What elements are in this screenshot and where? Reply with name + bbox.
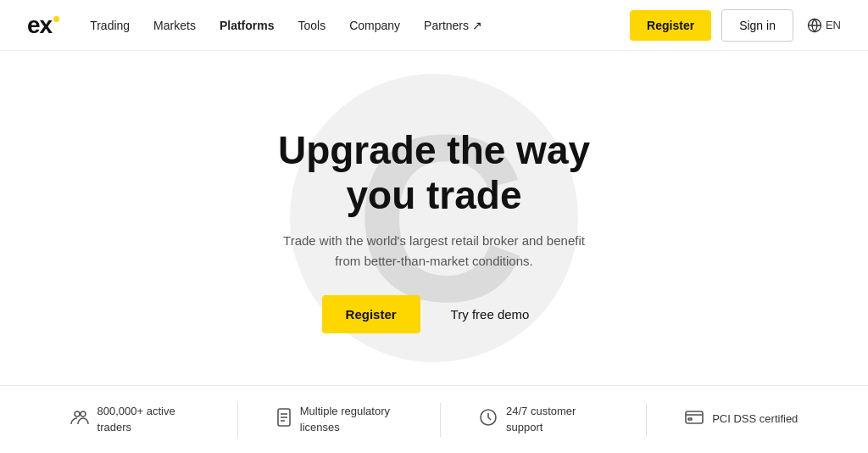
lang-label: EN [826, 19, 841, 31]
stat-divider-1 [237, 403, 238, 437]
try-demo-button[interactable]: Try free demo [434, 295, 547, 333]
nav-item-partners[interactable]: Partners ↗ [424, 19, 482, 32]
svg-point-1 [75, 411, 80, 417]
hero-content: Upgrade the way you trade Trade with the… [273, 128, 595, 334]
logo-text: ex [27, 12, 52, 39]
hero-title: Upgrade the way you trade [278, 128, 590, 218]
register-button[interactable]: Register [630, 10, 711, 41]
hero-section: C Upgrade the way you trade Trade with t… [0, 51, 868, 385]
stat-divider-3 [646, 403, 647, 437]
nav-item-tools[interactable]: Tools [298, 19, 326, 32]
hero-register-button[interactable]: Register [322, 295, 420, 333]
nav-item-platforms[interactable]: Platforms [220, 19, 275, 32]
hero-buttons: Register Try free demo [322, 295, 547, 333]
stat-traders-text: 800,000+ active traders [97, 404, 199, 434]
hero-title-line2: you trade [346, 173, 521, 217]
svg-point-2 [81, 411, 86, 417]
navbar: ex Trading Markets Platforms Tools Compa… [0, 0, 868, 51]
nav-item-trading[interactable]: Trading [90, 19, 130, 32]
traders-icon [70, 410, 89, 429]
signin-button[interactable]: Sign in [721, 9, 793, 42]
support-icon [479, 408, 498, 431]
nav-links: Trading Markets Platforms Tools Company … [90, 19, 630, 32]
licenses-icon [276, 408, 292, 431]
stat-divider-2 [440, 403, 441, 437]
nav-item-markets[interactable]: Markets [153, 19, 196, 32]
stat-pci: PCI DSS certified [685, 409, 798, 430]
stat-support: 24/7 customer support [479, 404, 608, 434]
nav-actions: Register Sign in EN [630, 9, 841, 42]
stat-traders: 800,000+ active traders [70, 404, 199, 434]
stats-bar: 800,000+ active traders Multiple regulat… [0, 385, 868, 453]
logo[interactable]: ex [27, 12, 59, 39]
stat-licenses-text: Multiple regulatory licenses [300, 404, 402, 434]
logo-dot [53, 16, 59, 22]
hero-subtitle: Trade with the world's largest retail br… [273, 231, 595, 271]
stat-pci-text: PCI DSS certified [712, 411, 798, 427]
nav-item-company[interactable]: Company [349, 19, 400, 32]
stat-support-text: 24/7 customer support [506, 404, 608, 434]
hero-title-line1: Upgrade the way [278, 128, 590, 172]
globe-icon [807, 18, 822, 33]
pci-icon [685, 409, 704, 430]
stat-licenses: Multiple regulatory licenses [276, 404, 402, 434]
svg-rect-10 [688, 418, 692, 420]
language-selector[interactable]: EN [807, 18, 841, 33]
svg-rect-8 [686, 411, 703, 423]
